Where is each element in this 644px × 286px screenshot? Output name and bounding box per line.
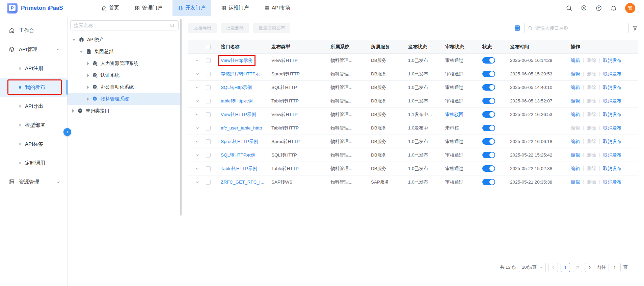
row-checkbox[interactable] — [206, 180, 211, 185]
delete-link[interactable]: 删除 — [587, 179, 596, 185]
nav-item-home[interactable]: 首页 — [96, 0, 125, 16]
sidebar-item-api-register[interactable]: API注册 — [0, 59, 67, 78]
api-name-link[interactable]: Table转HTTP示例 — [221, 166, 257, 171]
sidebar-item-workbench[interactable]: 工作台 — [0, 21, 67, 40]
tree-search-input[interactable] — [74, 23, 167, 28]
bell-icon[interactable] — [610, 5, 617, 11]
api-search-input[interactable] — [535, 25, 625, 31]
delete-link[interactable]: 删除 — [587, 139, 596, 145]
status-toggle[interactable] — [482, 71, 495, 77]
status-toggle[interactable] — [482, 57, 495, 64]
search-icon[interactable] — [170, 23, 175, 28]
status-toggle[interactable] — [482, 98, 495, 104]
delete-link[interactable]: 删除 — [587, 98, 596, 104]
api-name-link[interactable]: SQL转HTTP示例 — [221, 152, 256, 158]
edit-link[interactable]: 编辑 — [571, 152, 580, 158]
caret-right-icon[interactable] — [87, 86, 89, 89]
page-button-2[interactable]: 2 — [573, 263, 582, 272]
nav-item-api-market[interactable]: API市场 — [259, 0, 295, 16]
unpublish-link[interactable]: 取消发布 — [603, 166, 621, 172]
unpublish-link[interactable]: 取消发布 — [603, 152, 621, 158]
api-name-link[interactable]: View转Http示例 — [221, 58, 252, 63]
unpublish-link[interactable]: 取消发布 — [603, 112, 621, 118]
sidebar-item-scheduled-call[interactable]: 定时调用 — [0, 153, 67, 172]
row-expand-toggle[interactable] — [188, 153, 206, 157]
prev-page-button[interactable] — [548, 263, 558, 272]
edit-link[interactable]: 编辑 — [571, 179, 580, 185]
tree-node-group-hq[interactable]: 集团总部 — [68, 46, 182, 57]
edit-link[interactable]: 编辑 — [571, 98, 580, 104]
row-checkbox[interactable] — [206, 85, 211, 90]
row-checkbox[interactable] — [206, 139, 211, 144]
row-checkbox[interactable] — [206, 112, 211, 117]
delete-link[interactable]: 删除 — [587, 125, 596, 131]
unpublish-link[interactable]: 取消发布 — [603, 85, 621, 91]
row-checkbox[interactable] — [206, 99, 211, 103]
row-checkbox[interactable] — [206, 126, 211, 130]
unpublish-link[interactable]: 取消发布 — [603, 139, 621, 145]
delete-link[interactable]: 删除 — [587, 166, 596, 172]
row-expand-toggle[interactable] — [188, 58, 206, 63]
sidebar-group-api-management[interactable]: API管理 — [0, 40, 67, 59]
tree-node-unclassified[interactable]: 未归类接口 — [68, 105, 182, 117]
edit-link[interactable]: 编辑 — [571, 71, 580, 77]
row-expand-toggle[interactable] — [188, 72, 206, 76]
delete-link[interactable]: 删除 — [587, 112, 596, 118]
row-expand-toggle[interactable] — [188, 112, 206, 117]
status-toggle[interactable] — [482, 138, 495, 145]
api-name-link[interactable]: afc_user_table_htttp — [221, 125, 262, 130]
delete-link[interactable]: 删除 — [587, 85, 596, 91]
caret-down-icon[interactable] — [72, 39, 76, 41]
unpublish-link[interactable]: 取消发布 — [603, 125, 621, 131]
delete-link[interactable]: 删除 — [587, 71, 596, 77]
tree-node-oa-system[interactable]: 办公自动化系统 — [68, 81, 182, 93]
batch-delete-button[interactable]: 批量删除 — [221, 23, 249, 33]
tree-node-auth-system[interactable]: 认证系统 — [68, 69, 182, 81]
app-logo[interactable]: P Primeton iPaaS — [0, 0, 65, 16]
caret-down-icon[interactable] — [80, 51, 83, 53]
edit-link[interactable]: 编辑 — [571, 166, 580, 172]
unpublish-link[interactable]: 取消发布 — [603, 98, 621, 104]
goto-page-input[interactable] — [609, 263, 621, 272]
api-name-link[interactable]: ZRFC_GET_RFC_I... — [221, 180, 264, 185]
api-name-link[interactable]: table转Http示例 — [221, 98, 253, 103]
caret-right-icon[interactable] — [72, 109, 74, 113]
sidebar-collapse-button[interactable] — [63, 128, 71, 136]
select-all-checkbox[interactable] — [206, 45, 211, 49]
delete-link[interactable]: 删除 — [587, 152, 596, 158]
page-size-select[interactable]: 10条/页 — [519, 263, 546, 272]
nav-item-ops-portal[interactable]: 运维门户 — [216, 0, 254, 16]
search-icon[interactable] — [566, 5, 572, 11]
row-expand-toggle[interactable] — [188, 180, 206, 184]
audit-rejected-link[interactable]: 审核驳回 — [445, 112, 463, 117]
caret-right-icon[interactable] — [87, 74, 89, 77]
page-button-1[interactable]: 1 — [561, 263, 570, 272]
edit-link[interactable]: 编辑 — [571, 85, 580, 91]
status-toggle[interactable] — [482, 111, 495, 118]
filter-icon[interactable] — [632, 25, 638, 31]
next-page-button[interactable] — [585, 263, 594, 272]
batch-unpublish-button[interactable]: 批量取消发布 — [253, 23, 290, 33]
row-expand-toggle[interactable] — [188, 139, 206, 144]
scrollbar-thumb[interactable] — [180, 19, 182, 216]
row-checkbox[interactable] — [206, 166, 211, 171]
caret-right-icon[interactable] — [87, 97, 89, 101]
row-checkbox[interactable] — [206, 72, 211, 76]
edit-link[interactable]: 编辑 — [571, 139, 580, 145]
sidebar-item-my-publish[interactable]: 我的发布 — [0, 78, 67, 97]
export-list-icon[interactable] — [514, 25, 521, 31]
row-expand-toggle[interactable] — [188, 126, 206, 130]
caret-right-icon[interactable] — [87, 62, 89, 65]
status-toggle[interactable] — [482, 165, 495, 172]
doc-export-button[interactable]: 文档导出 — [188, 23, 217, 33]
sidebar-item-model-deploy[interactable]: 模型部署 — [0, 116, 67, 135]
row-expand-toggle[interactable] — [188, 99, 206, 103]
delete-link[interactable]: 删除 — [587, 57, 596, 64]
sidebar-group-resource-management[interactable]: 资源管理 — [0, 172, 67, 191]
row-checkbox[interactable] — [206, 58, 211, 63]
row-checkbox[interactable] — [206, 153, 211, 158]
nav-item-admin-portal[interactable]: 管理门户 — [129, 0, 168, 16]
help-icon[interactable]: ? — [595, 5, 602, 11]
sidebar-item-api-tags[interactable]: API标签 — [0, 135, 67, 153]
status-toggle[interactable] — [482, 125, 495, 131]
